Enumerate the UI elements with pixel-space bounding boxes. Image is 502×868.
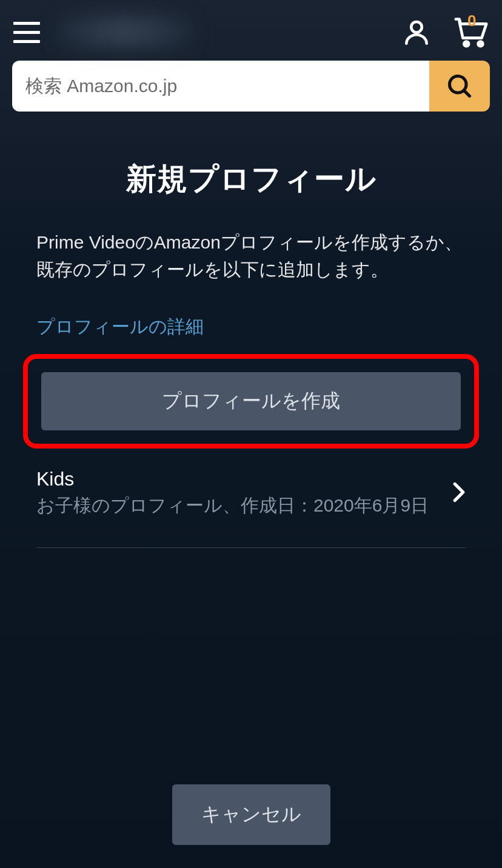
cart-count: 0 — [467, 12, 476, 30]
profile-details-link[interactable]: プロフィールの詳細 — [36, 315, 204, 339]
footer-actions: キャンセル — [0, 784, 502, 845]
menu-button[interactable] — [12, 18, 41, 47]
chevron-right-icon — [452, 482, 466, 505]
svg-point-1 — [464, 42, 469, 47]
create-profile-button[interactable]: プロフィールを作成 — [41, 372, 461, 430]
svg-point-0 — [411, 22, 422, 32]
profile-description: お子様のプロフィール、作成日：2020年6月9日 — [36, 493, 440, 518]
svg-point-2 — [478, 42, 483, 47]
main-content: 新規プロフィール Prime VideoのAmazonプロフィールを作成するか、… — [0, 122, 502, 548]
account-icon[interactable] — [401, 17, 432, 47]
svg-line-4 — [464, 90, 469, 96]
page-title: 新規プロフィール — [36, 159, 466, 199]
highlight-annotation: プロフィールを作成 — [23, 354, 479, 449]
cart-button[interactable]: 0 — [452, 15, 490, 49]
cancel-button[interactable]: キャンセル — [172, 784, 330, 845]
profile-name: Kids — [36, 468, 440, 490]
search-bar — [0, 61, 502, 122]
profile-row-kids[interactable]: Kids お子様のプロフィール、作成日：2020年6月9日 — [36, 463, 466, 548]
search-button[interactable] — [429, 61, 490, 112]
search-input[interactable] — [12, 61, 429, 112]
logo-blurred — [55, 11, 194, 53]
page-description: Prime VideoのAmazonプロフィールを作成するか、既存のプロフィール… — [36, 229, 466, 283]
app-header: 0 — [0, 0, 502, 61]
